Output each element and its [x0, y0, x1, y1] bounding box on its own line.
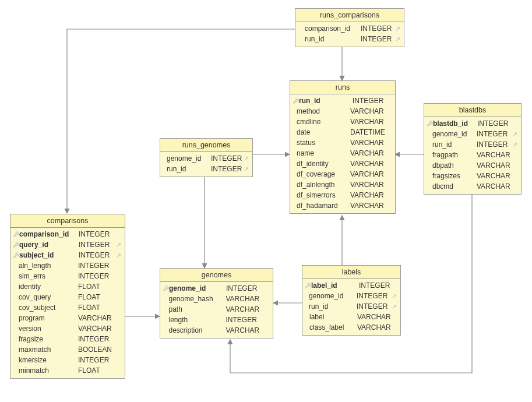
column-row: nameVARCHAR: [293, 148, 392, 158]
pk-icon: [427, 119, 433, 128]
column-type: INTEGER: [353, 96, 390, 105]
column-name: run_id: [309, 302, 357, 311]
column-name: blastdb_id: [433, 119, 477, 128]
column-type: INTEGER: [79, 240, 116, 249]
column-row: genome_idINTEGER: [427, 129, 517, 139]
column-name: aln_length: [19, 261, 78, 270]
column-type: INTEGER: [477, 119, 512, 128]
table-body: genome_idINTEGERrun_idINTEGER: [160, 152, 252, 177]
column-name: cmdline: [297, 117, 350, 126]
column-row: programVARCHAR: [13, 313, 121, 323]
column-name: run_id: [167, 164, 211, 174]
column-row: cmdlineVARCHAR: [293, 117, 392, 127]
table-header: comparisons: [10, 214, 125, 228]
column-row: df_hadamardVARCHAR: [293, 200, 392, 211]
column-name: status: [297, 138, 350, 147]
column-row: genome_idINTEGER: [163, 283, 269, 294]
column-row: df_identityVARCHAR: [293, 158, 392, 169]
table-header: runs: [290, 81, 395, 94]
column-name: fragpath: [432, 150, 477, 160]
column-type: VARCHAR: [226, 326, 263, 335]
column-type: INTEGER: [78, 355, 115, 365]
column-name: run_id: [432, 140, 477, 149]
table-body: run_idINTEGERmethodVARCHARcmdlineVARCHAR…: [290, 94, 395, 213]
table-genomes: genomes genome_idINTEGERgenome_hashVARCH…: [160, 268, 273, 338]
column-type: INTEGER: [477, 140, 512, 149]
column-type: VARCHAR: [350, 107, 387, 116]
column-row: run_idINTEGER: [427, 139, 517, 150]
column-type: VARCHAR: [477, 161, 512, 170]
column-name: genome_id: [309, 291, 357, 301]
column-name: run_id: [299, 96, 353, 105]
column-row: identityFLOAT: [13, 281, 121, 292]
fk-icon: [512, 140, 517, 149]
column-type: INTEGER: [79, 251, 116, 260]
column-type: VARCHAR: [477, 150, 512, 160]
fk-icon: [244, 154, 249, 163]
column-row: run_idINTEGER: [305, 301, 397, 312]
column-type: VARCHAR: [350, 159, 387, 168]
column-name: cov_subject: [19, 303, 78, 312]
column-name: kmersize: [19, 355, 78, 365]
column-row: dateDATETIME: [293, 127, 392, 137]
column-name: class_label: [309, 323, 357, 332]
column-type: VARCHAR: [350, 180, 387, 189]
column-type: INTEGER: [359, 281, 394, 290]
column-name: df_simerrors: [297, 191, 350, 200]
table-runs: runs run_idINTEGERmethodVARCHARcmdlineVA…: [290, 80, 396, 214]
column-row: blastdb_idINTEGER: [427, 118, 517, 129]
column-type: INTEGER: [211, 154, 244, 163]
column-row: df_alnlengthVARCHAR: [293, 179, 392, 190]
pk-icon: [13, 251, 19, 260]
column-row: dbcmdVARCHAR: [427, 181, 517, 192]
column-type: VARCHAR: [78, 313, 115, 323]
column-row: dbpathVARCHAR: [427, 160, 517, 171]
table-runs-genomes: runs_genomes genome_idINTEGERrun_idINTEG…: [160, 138, 253, 177]
column-row: pathVARCHAR: [163, 304, 269, 315]
column-name: dbcmd: [432, 182, 477, 191]
column-row: aln_lengthINTEGER: [13, 260, 121, 271]
table-labels: labels label_idINTEGERgenome_idINTEGERru…: [302, 265, 401, 336]
column-row: run_idINTEGER: [298, 34, 400, 44]
column-row: minmatchFLOAT: [13, 365, 121, 376]
column-type: INTEGER: [361, 24, 393, 33]
column-type: DATETIME: [350, 128, 387, 137]
column-type: INTEGER: [78, 261, 115, 270]
table-header: runs_genomes: [160, 139, 252, 152]
column-type: VARCHAR: [477, 182, 512, 191]
column-name: comparison_id: [305, 24, 361, 33]
table-body: genome_idINTEGERgenome_hashVARCHARpathVA…: [160, 282, 273, 338]
column-type: INTEGER: [78, 271, 115, 281]
column-row: lengthINTEGER: [163, 315, 269, 325]
column-name: query_id: [19, 240, 79, 249]
column-row: cov_queryFLOAT: [13, 292, 121, 302]
fk-icon: [116, 251, 121, 260]
table-body: comparison_idINTEGERquery_idINTEGERsubje…: [10, 228, 125, 378]
fk-icon: [393, 24, 400, 33]
column-name: date: [297, 128, 350, 137]
column-name: sim_errs: [19, 271, 78, 281]
table-blastdbs: blastdbs blastdb_idINTEGERgenome_idINTEG…: [424, 103, 522, 195]
column-row: comparison_idINTEGER: [13, 229, 121, 239]
column-name: subject_id: [19, 251, 79, 260]
column-name: comparison_id: [19, 230, 79, 239]
column-name: label_id: [311, 281, 359, 290]
column-type: INTEGER: [477, 129, 512, 139]
column-type: VARCHAR: [350, 149, 387, 158]
column-name: df_identity: [297, 159, 350, 168]
column-type: INTEGER: [78, 334, 115, 344]
table-header: blastdbs: [424, 104, 521, 117]
column-type: VARCHAR: [350, 191, 387, 200]
column-type: INTEGER: [226, 315, 263, 325]
column-type: VARCHAR: [477, 171, 512, 181]
column-row: descriptionVARCHAR: [163, 325, 269, 336]
column-type: VARCHAR: [350, 138, 387, 147]
column-name: df_hadamard: [297, 201, 350, 210]
column-row: labelVARCHAR: [305, 312, 397, 322]
pk-icon: [13, 240, 19, 249]
pk-icon: [163, 284, 169, 293]
table-header: genomes: [160, 269, 273, 282]
column-type: VARCHAR: [226, 294, 263, 304]
column-name: genome_id: [169, 284, 226, 293]
pk-icon: [305, 281, 311, 290]
